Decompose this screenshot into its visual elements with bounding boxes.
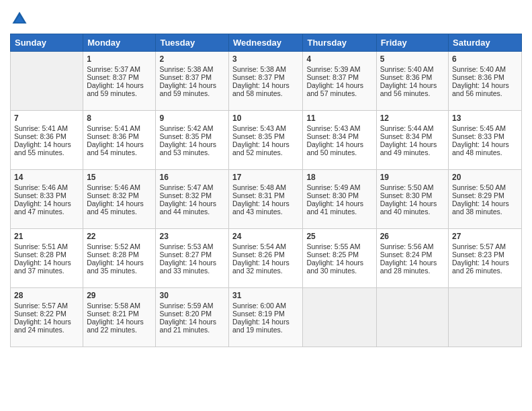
sunrise-text: Sunrise: 5:40 AM	[380, 65, 445, 73]
day-number: 27	[452, 232, 518, 241]
sunset-text: Sunset: 8:26 PM	[232, 250, 299, 259]
day-number: 13	[452, 113, 518, 123]
daylight-text: Daylight: 14 hours and 56 minutes.	[452, 81, 518, 97]
sunrise-text: Sunrise: 5:46 AM	[14, 183, 79, 191]
sunrise-text: Sunrise: 5:44 AM	[380, 124, 445, 132]
calendar-cell: 10Sunrise: 5:43 AMSunset: 8:35 PMDayligh…	[229, 111, 303, 170]
calendar-cell: 14Sunrise: 5:46 AMSunset: 8:33 PMDayligh…	[11, 170, 83, 229]
calendar-header-monday: Monday	[83, 34, 156, 52]
calendar-week-3: 21Sunrise: 5:51 AMSunset: 8:28 PMDayligh…	[11, 229, 522, 288]
daylight-text: Daylight: 14 hours and 59 minutes.	[87, 81, 152, 97]
sunrise-text: Sunrise: 5:40 AM	[452, 65, 518, 73]
daylight-text: Daylight: 14 hours and 48 minutes.	[452, 140, 518, 156]
calendar-cell: 3Sunrise: 5:38 AMSunset: 8:37 PMDaylight…	[229, 52, 303, 111]
daylight-text: Daylight: 14 hours and 54 minutes.	[87, 140, 152, 156]
calendar-header-thursday: Thursday	[303, 34, 376, 52]
sunrise-text: Sunrise: 5:38 AM	[232, 65, 299, 73]
sunrise-text: Sunrise: 6:00 AM	[232, 302, 299, 310]
sunrise-text: Sunrise: 5:57 AM	[452, 242, 518, 250]
daylight-text: Daylight: 14 hours and 22 minutes.	[87, 318, 152, 334]
sunset-text: Sunset: 8:37 PM	[159, 73, 225, 81]
daylight-text: Daylight: 14 hours and 53 minutes.	[159, 140, 225, 156]
sunrise-text: Sunrise: 5:57 AM	[14, 302, 79, 310]
calendar-cell	[11, 52, 83, 111]
calendar-cell: 16Sunrise: 5:47 AMSunset: 8:32 PMDayligh…	[156, 170, 229, 229]
sunset-text: Sunset: 8:28 PM	[87, 250, 152, 259]
daylight-text: Daylight: 14 hours and 19 minutes.	[232, 318, 299, 334]
calendar-cell: 20Sunrise: 5:50 AMSunset: 8:29 PMDayligh…	[449, 170, 522, 229]
day-number: 17	[232, 173, 299, 182]
daylight-text: Daylight: 14 hours and 37 minutes.	[14, 259, 79, 275]
sunset-text: Sunset: 8:30 PM	[380, 191, 445, 199]
day-number: 7	[14, 113, 79, 123]
calendar-cell: 21Sunrise: 5:51 AMSunset: 8:28 PMDayligh…	[11, 229, 83, 288]
day-number: 21	[14, 232, 79, 241]
calendar-header-row: SundayMondayTuesdayWednesdayThursdayFrid…	[11, 34, 522, 52]
calendar-cell: 9Sunrise: 5:42 AMSunset: 8:35 PMDaylight…	[156, 111, 229, 170]
calendar-cell: 18Sunrise: 5:49 AMSunset: 8:30 PMDayligh…	[303, 170, 376, 229]
daylight-text: Daylight: 14 hours and 45 minutes.	[87, 199, 152, 216]
daylight-text: Daylight: 14 hours and 38 minutes.	[452, 199, 518, 216]
day-number: 26	[380, 232, 445, 241]
day-number: 28	[14, 291, 79, 300]
day-number: 8	[87, 113, 152, 123]
calendar-cell: 26Sunrise: 5:56 AMSunset: 8:24 PMDayligh…	[376, 229, 448, 288]
calendar-cell: 2Sunrise: 5:38 AMSunset: 8:37 PMDaylight…	[156, 52, 229, 111]
header	[10, 7, 522, 28]
sunset-text: Sunset: 8:25 PM	[306, 250, 372, 259]
sunrise-text: Sunrise: 5:43 AM	[306, 124, 372, 132]
logo-icon	[10, 9, 29, 28]
sunrise-text: Sunrise: 5:45 AM	[452, 124, 518, 132]
day-number: 10	[232, 113, 299, 123]
calendar-header-friday: Friday	[376, 34, 448, 52]
calendar-cell: 11Sunrise: 5:43 AMSunset: 8:34 PMDayligh…	[303, 111, 376, 170]
calendar-cell	[303, 288, 376, 347]
daylight-text: Daylight: 14 hours and 35 minutes.	[87, 259, 152, 275]
sunset-text: Sunset: 8:27 PM	[159, 250, 225, 259]
sunset-text: Sunset: 8:29 PM	[452, 191, 518, 199]
calendar-cell: 29Sunrise: 5:58 AMSunset: 8:21 PMDayligh…	[83, 288, 156, 347]
daylight-text: Daylight: 14 hours and 43 minutes.	[232, 199, 299, 216]
logo	[10, 9, 32, 28]
sunset-text: Sunset: 8:33 PM	[14, 191, 79, 199]
sunset-text: Sunset: 8:31 PM	[232, 191, 299, 199]
daylight-text: Daylight: 14 hours and 24 minutes.	[14, 318, 79, 334]
calendar-cell: 7Sunrise: 5:41 AMSunset: 8:36 PMDaylight…	[11, 111, 83, 170]
sunrise-text: Sunrise: 5:56 AM	[380, 242, 445, 250]
day-number: 1	[87, 54, 152, 64]
day-number: 30	[159, 291, 225, 300]
calendar-cell	[376, 288, 448, 347]
calendar-table: SundayMondayTuesdayWednesdayThursdayFrid…	[10, 34, 522, 347]
calendar-header-sunday: Sunday	[11, 34, 83, 52]
day-number: 18	[306, 173, 372, 182]
sunset-text: Sunset: 8:36 PM	[380, 73, 445, 81]
daylight-text: Daylight: 14 hours and 47 minutes.	[14, 199, 79, 216]
calendar-cell: 22Sunrise: 5:52 AMSunset: 8:28 PMDayligh…	[83, 229, 156, 288]
calendar-header-tuesday: Tuesday	[156, 34, 229, 52]
daylight-text: Daylight: 14 hours and 41 minutes.	[306, 199, 372, 216]
calendar-cell: 1Sunrise: 5:37 AMSunset: 8:37 PMDaylight…	[83, 52, 156, 111]
daylight-text: Daylight: 14 hours and 26 minutes.	[452, 259, 518, 275]
calendar-cell: 31Sunrise: 6:00 AMSunset: 8:19 PMDayligh…	[229, 288, 303, 347]
calendar-cell: 19Sunrise: 5:50 AMSunset: 8:30 PMDayligh…	[376, 170, 448, 229]
sunset-text: Sunset: 8:23 PM	[452, 250, 518, 259]
calendar-cell: 17Sunrise: 5:48 AMSunset: 8:31 PMDayligh…	[229, 170, 303, 229]
day-number: 19	[380, 173, 445, 182]
daylight-text: Daylight: 14 hours and 44 minutes.	[159, 199, 225, 216]
sunset-text: Sunset: 8:30 PM	[306, 191, 372, 199]
calendar-header-wednesday: Wednesday	[229, 34, 303, 52]
sunrise-text: Sunrise: 5:50 AM	[452, 183, 518, 191]
sunrise-text: Sunrise: 5:48 AM	[232, 183, 299, 191]
sunrise-text: Sunrise: 5:41 AM	[87, 124, 152, 132]
sunset-text: Sunset: 8:22 PM	[14, 310, 79, 318]
sunrise-text: Sunrise: 5:37 AM	[87, 65, 152, 73]
daylight-text: Daylight: 14 hours and 56 minutes.	[380, 81, 445, 97]
daylight-text: Daylight: 14 hours and 59 minutes.	[159, 81, 225, 97]
sunset-text: Sunset: 8:36 PM	[14, 132, 79, 140]
daylight-text: Daylight: 14 hours and 32 minutes.	[232, 259, 299, 275]
day-number: 2	[159, 54, 225, 64]
calendar-week-4: 28Sunrise: 5:57 AMSunset: 8:22 PMDayligh…	[11, 288, 522, 347]
sunrise-text: Sunrise: 5:43 AM	[232, 124, 299, 132]
daylight-text: Daylight: 14 hours and 57 minutes.	[306, 81, 372, 97]
sunset-text: Sunset: 8:37 PM	[306, 73, 372, 81]
